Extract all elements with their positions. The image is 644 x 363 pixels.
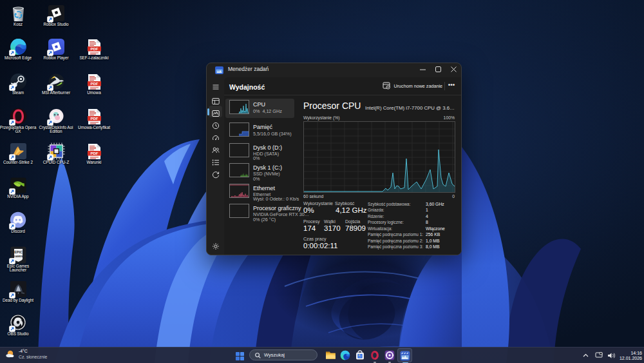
svg-text:GAMES: GAMES bbox=[14, 255, 23, 257]
svg-text:PDF: PDF bbox=[90, 46, 98, 50]
svg-text:PDF: PDF bbox=[90, 151, 98, 155]
svg-text:PDF: PDF bbox=[90, 116, 98, 120]
svg-text:PDF: PDF bbox=[90, 81, 98, 85]
svg-text:EPIC: EPIC bbox=[14, 250, 23, 253]
